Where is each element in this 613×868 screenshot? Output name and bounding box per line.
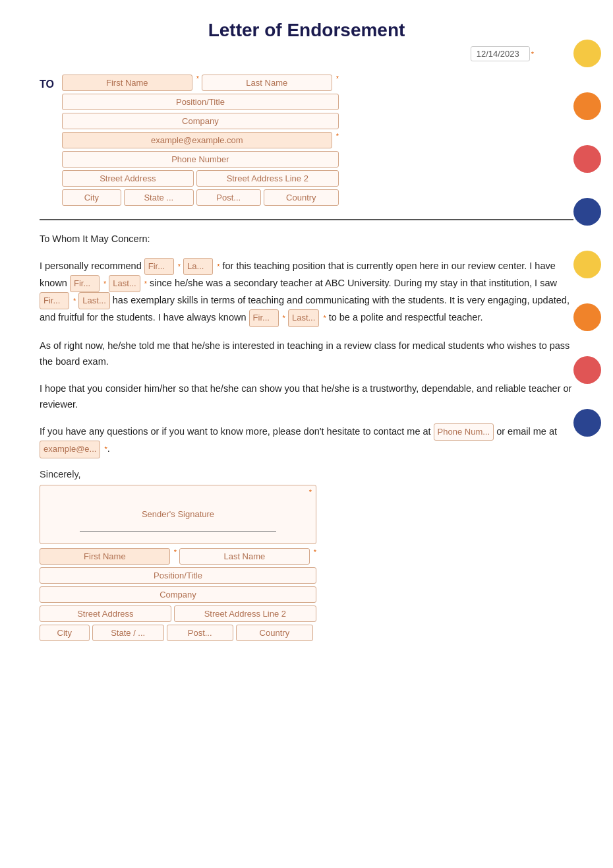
page-title: Letter of Endorsement [40,20,573,41]
date-row: 12/14/2023 * [40,46,573,61]
recipient-company[interactable]: Company [62,113,339,129]
to-label: TO [40,75,54,90]
recipient-last-name[interactable]: Last Name [202,75,332,91]
recipient-country[interactable]: Country [264,189,339,206]
known-last-2-inline[interactable]: Last... [288,309,319,326]
email-row: example@example.com * [62,132,339,148]
recipient-address-fields: First Name * Last Name * Position/Title … [62,75,339,206]
sender-company[interactable]: Company [40,586,316,603]
saw-last-inline[interactable]: Last... [78,292,109,309]
position-row: Position/Title [62,94,339,110]
recipient-street2[interactable]: Street Address Line 2 [196,170,339,187]
decorative-circles [573,40,601,437]
date-field[interactable]: 12/14/2023 [471,46,530,61]
known-first-2-inline[interactable]: Fir... [249,309,279,326]
sender-country[interactable]: Country [236,625,314,641]
circle-4 [573,198,601,226]
sender-position-row: Position/Title [40,567,316,584]
signature-placeholder: Sender's Signature [142,509,214,519]
known-first-1-inline[interactable]: Fir... [70,275,100,292]
recipient-position[interactable]: Position/Title [62,94,339,110]
recipient-phone[interactable]: Phone Number [62,151,339,168]
circle-7 [573,356,601,384]
sender-city-state-row: City State / ... Post... Country [40,625,316,641]
circle-6 [573,303,601,331]
signature-required-star: * [309,488,312,496]
saw-first-inline[interactable]: Fir... [40,292,69,309]
recipient-city[interactable]: City [62,189,121,206]
phone-row: Phone Number [62,151,339,168]
recipient-email[interactable]: example@example.com [62,132,332,148]
circle-3 [573,145,601,173]
company-row: Company [62,113,339,129]
signature-box[interactable]: * Sender's Signature [40,485,316,544]
paragraph-1: I personally recommend Fir... * La... * … [40,258,573,327]
sender-street-row: Street Address Street Address Line 2 [40,605,316,622]
sender-address-fields: First Name * Last Name * Position/Title … [40,548,316,641]
name-row: First Name * Last Name * [62,75,339,91]
contact-phone-inline[interactable]: Phone Num... [434,423,494,441]
circle-1 [573,40,601,67]
paragraph-3: I hope that you consider him/her so that… [40,381,573,413]
date-required-star: * [531,50,534,58]
sender-post[interactable]: Post... [167,625,233,641]
sender-position[interactable]: Position/Title [40,567,316,584]
sender-state[interactable]: State / ... [92,625,164,641]
street-row: Street Address Street Address Line 2 [62,170,339,187]
sender-last-name[interactable]: Last Name [179,548,310,565]
recommend-first-inline[interactable]: Fir... [144,258,174,275]
paragraph-4: If you have any questions or if you want… [40,423,573,458]
paragraph-2: As of right now, he/she told me that he/… [40,338,573,370]
contact-email-inline[interactable]: example@e... [40,441,100,458]
sender-name-row: First Name * Last Name * [40,548,316,565]
recipient-state[interactable]: State ... [124,189,194,206]
section-divider [40,219,573,220]
sincerely-label: Sincerely, [40,469,573,480]
to-section: TO First Name * Last Name * Position/Tit… [40,75,573,206]
city-state-row: City State ... Post... Country [62,189,339,206]
recommend-last-inline[interactable]: La... [183,258,213,275]
sender-city[interactable]: City [40,625,90,641]
recipient-post[interactable]: Post... [196,189,261,206]
circle-5 [573,251,601,278]
signature-line [80,531,276,532]
recipient-first-name[interactable]: First Name [62,75,192,91]
salutation: To Whom It May Concern: [40,231,573,247]
circle-8 [573,409,601,437]
sender-street[interactable]: Street Address [40,605,171,622]
sender-company-row: Company [40,586,316,603]
sender-first-name[interactable]: First Name [40,548,170,565]
known-last-1-inline[interactable]: Last... [109,275,140,292]
sender-street2[interactable]: Street Address Line 2 [174,605,316,622]
recipient-street[interactable]: Street Address [62,170,194,187]
circle-2 [573,92,601,120]
